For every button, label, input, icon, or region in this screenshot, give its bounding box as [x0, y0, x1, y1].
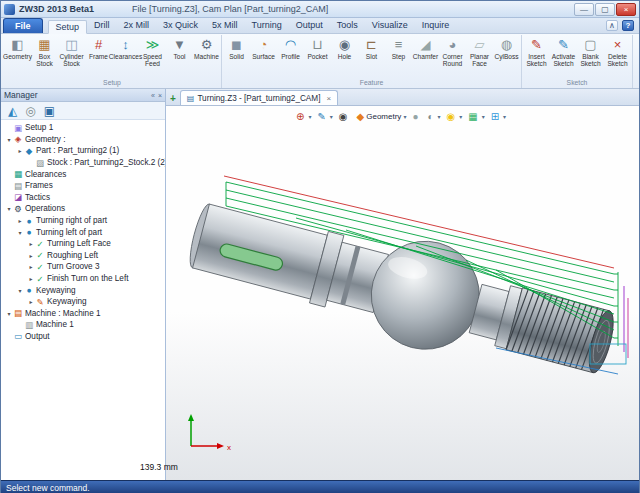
tree-item[interactable]: ▸ ✓ Turn Groove 3	[1, 261, 165, 273]
ribbon-group-feature: ◼ Solid ◔ Surface ◠ Profile ⊔	[222, 35, 522, 88]
datum-display-tool[interactable]: ⊕ ▾	[294, 109, 313, 124]
ribbon-button[interactable]: ⊏ Slot	[358, 35, 385, 78]
viewport-3d[interactable]: x ⊕ ▾ ✎	[166, 106, 639, 480]
tree-item[interactable]: ▾ ● Keywaying	[1, 284, 165, 296]
tree-item[interactable]: ◪ Tactics	[1, 192, 165, 204]
tree-item-label: Turning right of part	[36, 216, 107, 225]
ribbon-button[interactable]: ◢ Chamfer	[412, 35, 439, 78]
tree-item-label: Tactics	[25, 193, 50, 202]
background-tool[interactable]: ▦ ▾	[466, 109, 486, 124]
tree-item[interactable]: ▭ Output	[1, 331, 165, 343]
tree-item[interactable]: ▸ ✓ Finish Turn on the Left	[1, 273, 165, 285]
shade-mode-tool[interactable]: ● ▾	[410, 109, 423, 124]
ribbon-button[interactable]: ✎ Insert Sketch	[523, 35, 550, 78]
ribbon-button[interactable]: ↕ Clearances	[112, 35, 139, 78]
ribbon-button[interactable]: ◍ CylBoss	[493, 35, 520, 78]
close-button[interactable]: ×	[616, 3, 636, 16]
tree-item[interactable]: ▸ ✓ Roughing Left	[1, 250, 165, 262]
tree-expand-arrow[interactable]: ▸	[27, 252, 35, 259]
ribbon-tab-row: File Setup Drill 2x Mill 3x Quick 5x Mil…	[1, 18, 639, 34]
tree-expand-arrow[interactable]: ▾	[5, 205, 13, 212]
ribbon-tab[interactable]: Setup	[48, 20, 88, 34]
ribbon-button[interactable]: ▢ Blank Sketch	[577, 35, 604, 78]
ribbon-button[interactable]: ◉ Hole	[331, 35, 358, 78]
ribbon-button-icon: ◼	[231, 37, 242, 53]
ribbon-tab[interactable]: Visualize	[365, 19, 415, 33]
cam-setup-tool[interactable]: ◭	[8, 105, 17, 117]
ribbon-button[interactable]: ⊔ Pocket	[304, 35, 331, 78]
visibility-tool[interactable]: ◉ ▾	[337, 109, 353, 124]
new-tab-icon[interactable]: +	[170, 93, 176, 104]
ribbon-button[interactable]: ≫ Speed Feed	[139, 35, 166, 78]
tree-item[interactable]: ▥ Machine 1	[1, 319, 165, 331]
geometry-filter-combo[interactable]: ◆ Geometry ▾	[355, 109, 409, 124]
ribbon-button[interactable]: ◔ Surface	[250, 35, 277, 78]
tree-item[interactable]: ▸ ✎ Keywaying	[1, 296, 165, 308]
ribbon-tab[interactable]: Inquire	[415, 19, 457, 33]
ribbon-button[interactable]: ▼ Tool	[166, 35, 193, 78]
ribbon-tab[interactable]: Turning	[245, 19, 289, 33]
annotation-tool[interactable]: ✎ ▾	[315, 109, 334, 124]
tree-item[interactable]: ▨ Stock : Part_turning2_Stock.2 (2)	[1, 157, 165, 169]
tree-item[interactable]: ▤ Frames	[1, 180, 165, 192]
help-icon[interactable]: ?	[622, 20, 634, 31]
document-tab-close-icon[interactable]: ×	[326, 94, 331, 103]
ribbon-button[interactable]: ◕ Corner Round	[439, 35, 466, 78]
maximize-button[interactable]: ▢	[595, 3, 615, 16]
ribbon-collapse-icon[interactable]: ∧	[606, 20, 618, 31]
ribbon-button[interactable]: ≡ Step	[385, 35, 412, 78]
tree-item[interactable]: ▾ ◈ Geometry :	[1, 134, 165, 146]
tree-item[interactable]: ▸ ● Turning right of part	[1, 215, 165, 227]
tree-item[interactable]: ▾ ▤ Machine : Machine 1	[1, 308, 165, 320]
ribbon-button[interactable]: ▱ Planar Face	[466, 35, 493, 78]
ribbon-tab[interactable]: Drill	[87, 19, 117, 33]
tree-item[interactable]: ▾ ⚙ Operations	[1, 203, 165, 215]
tree-expand-arrow[interactable]: ▸	[27, 263, 35, 270]
ribbon-button[interactable]: ◼ Solid	[223, 35, 250, 78]
app-title: ZW3D 2013 Beta1	[19, 4, 94, 14]
ribbon-tab[interactable]: Tools	[330, 19, 365, 33]
ribbon-tab[interactable]: Output	[289, 19, 330, 33]
document-tab[interactable]: ▤ Turning.Z3 - [Part_turning2_CAM] ×	[180, 90, 338, 105]
ribbon-button[interactable]: ◧ Geometry	[4, 35, 31, 78]
tree-item[interactable]: ▸ ✓ Turning Left Face	[1, 238, 165, 250]
ribbon-button[interactable]: ◠ Profile	[277, 35, 304, 78]
stock-display-tool[interactable]: ◎	[25, 105, 35, 117]
part-display-tool[interactable]: ▣	[44, 105, 55, 117]
tree-item[interactable]: ▦ Clearances	[1, 168, 165, 180]
manager-close-icon[interactable]: ×	[158, 92, 162, 99]
tree-item[interactable]: ▸ ◆ Part : Part_turning2 (1)	[1, 145, 165, 157]
tree-item[interactable]: ▾ ● Turning left of part	[1, 226, 165, 238]
tree-expand-arrow[interactable]: ▸	[16, 147, 24, 154]
ribbon-tab[interactable]: 3x Quick	[156, 19, 205, 33]
render-mode-tool[interactable]: ◐ ▾	[425, 109, 442, 124]
ribbon-button[interactable]: ▦ Box Stock	[31, 35, 58, 78]
tree-item[interactable]: ▣ Setup 1	[1, 122, 165, 134]
manager-collapse-icon[interactable]: «	[151, 92, 155, 99]
ribbon-tab[interactable]: 2x Mill	[117, 19, 157, 33]
ribbon-button-label: Tool	[173, 53, 185, 60]
file-menu-button[interactable]: File	[3, 18, 43, 33]
ribbon-button-label: Delete Sketch	[604, 53, 631, 67]
appearance-tool[interactable]: ◉ ▾	[445, 109, 465, 124]
ribbon-button[interactable]: ⚙ Machine	[193, 35, 220, 78]
tree-expand-arrow[interactable]: ▾	[5, 136, 13, 143]
chevron-down-icon: ▾	[503, 113, 506, 120]
grid-tool[interactable]: ⊞ ▾	[489, 109, 508, 124]
tree-expand-arrow[interactable]: ▾	[16, 229, 24, 236]
tree-item-icon: ✓	[35, 239, 45, 249]
ribbon-tab[interactable]: 5x Mill	[205, 19, 245, 33]
tree-expand-arrow[interactable]: ▾	[16, 287, 24, 294]
minimize-button[interactable]: —	[574, 3, 594, 16]
tree-expand-arrow[interactable]: ▾	[5, 310, 13, 317]
tree-expand-arrow[interactable]: ▸	[27, 240, 35, 247]
ribbon-button[interactable]: ✎ Activate Sketch	[550, 35, 577, 78]
tree-expand-arrow[interactable]: ▸	[27, 298, 35, 305]
ribbon-button[interactable]: × Delete Sketch	[604, 35, 631, 78]
tree-expand-arrow[interactable]: ▸	[16, 217, 24, 224]
viewport-tool-icon: ⊕	[296, 110, 304, 124]
tree-item-label: Geometry :	[25, 135, 66, 144]
ribbon-button[interactable]: ◫ Cylinder Stock	[58, 35, 85, 78]
tree-expand-arrow[interactable]: ▸	[27, 275, 35, 282]
ribbon-button-label: Slot	[366, 53, 377, 60]
